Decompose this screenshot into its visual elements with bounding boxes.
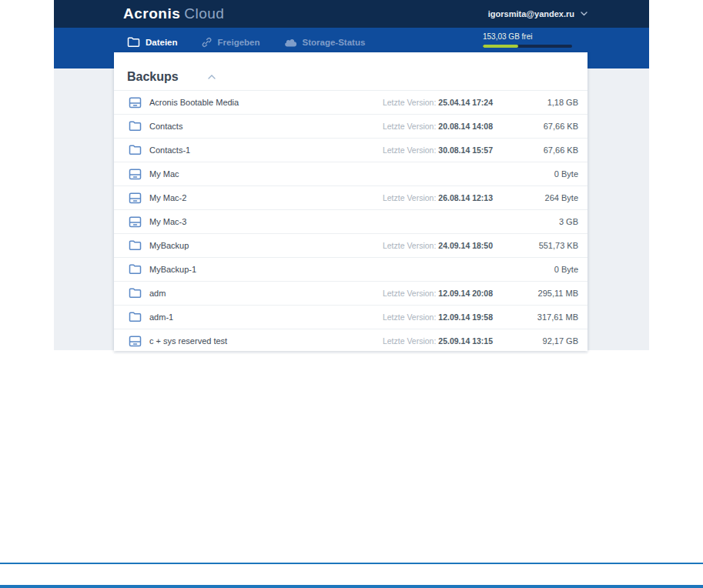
last-version: Letzte Version:12.09.14 20:08 <box>383 289 493 298</box>
table-row[interactable]: c + sys reserved testLetzte Version:25.0… <box>114 329 588 353</box>
backup-name: Contacts <box>149 122 182 131</box>
tab-dateien[interactable]: Dateien <box>127 37 178 48</box>
table-row[interactable]: My Mac-2Letzte Version:26.08.14 12:13264… <box>114 186 588 210</box>
backup-name: Acronis Bootable Media <box>149 98 239 107</box>
collapse-section-button[interactable] <box>208 75 216 79</box>
backup-size: 295,11 MB <box>493 289 588 298</box>
page: Acronis Cloud igorsmita@yandex.ru Dateie… <box>0 0 703 588</box>
backup-name: c + sys reserved test <box>149 336 227 346</box>
tab-freigeben[interactable]: Freigeben <box>201 37 260 48</box>
last-version: Letzte Version:20.08.14 14:08 <box>383 122 493 131</box>
user-email: igorsmita@yandex.ru <box>488 9 574 18</box>
last-version: Letzte Version:26.08.14 12:13 <box>383 193 493 202</box>
storage-free-label: 153,03 GB frei <box>483 32 572 41</box>
last-version: Letzte Version:25.04.14 17:24 <box>383 98 493 107</box>
table-row[interactable]: My Mac-33 GB <box>114 210 588 234</box>
page-title: Backups <box>127 70 179 84</box>
backup-size: 67,66 KB <box>493 122 588 131</box>
table-row[interactable]: My Mac0 Byte <box>114 162 588 186</box>
logo-text-cloud: Cloud <box>184 5 224 22</box>
disk-icon <box>127 191 142 205</box>
table-row[interactable]: ContactsLetzte Version:20.08.14 14:0867,… <box>114 115 588 139</box>
backup-list: Acronis Bootable MediaLetzte Version:25.… <box>114 90 588 353</box>
folder-icon <box>127 37 140 48</box>
folder-icon <box>127 310 142 324</box>
app-header: Acronis Cloud igorsmita@yandex.ru <box>54 0 649 28</box>
last-version: Letzte Version:12.09.14 19:58 <box>383 312 493 322</box>
left-gutter <box>54 68 114 350</box>
disk-icon <box>127 334 142 348</box>
folder-icon <box>127 143 142 157</box>
backup-size: 1,18 GB <box>493 98 588 107</box>
right-gutter <box>588 68 649 350</box>
backup-size: 67,66 KB <box>493 145 588 155</box>
user-account-menu[interactable]: igorsmita@yandex.ru <box>488 0 588 28</box>
chevron-down-icon <box>581 12 588 16</box>
last-version: Letzte Version:24.09.14 18:50 <box>383 241 493 250</box>
backup-size: 3 GB <box>493 217 588 226</box>
table-row[interactable]: admLetzte Version:12.09.14 20:08295,11 M… <box>114 282 588 306</box>
backup-size: 264 Byte <box>493 193 588 202</box>
table-row[interactable]: MyBackup-10 Byte <box>114 258 588 282</box>
folder-icon <box>127 262 142 276</box>
table-row[interactable]: MyBackupLetzte Version:24.09.14 18:50551… <box>114 234 588 258</box>
table-row[interactable]: adm-1Letzte Version:12.09.14 19:58317,61… <box>114 306 588 329</box>
tab-label: Dateien <box>146 38 178 47</box>
backups-panel-header: Backups <box>114 52 588 89</box>
backup-size: 317,61 MB <box>493 312 588 322</box>
acronis-cloud-logo[interactable]: Acronis Cloud <box>123 5 224 22</box>
storage-quota[interactable]: 153,03 GB frei <box>483 32 572 48</box>
disk-icon <box>127 215 142 229</box>
cloud-icon <box>283 38 297 47</box>
backup-name: Contacts-1 <box>149 145 190 155</box>
tab-label: Storage-Status <box>303 38 366 47</box>
backup-name: adm-1 <box>149 312 173 322</box>
last-version: Letzte Version:25.09.14 13:15 <box>383 336 493 346</box>
backups-panel: Backups Acronis Bootable MediaLetzte Ver… <box>114 52 588 351</box>
table-row[interactable]: Acronis Bootable MediaLetzte Version:25.… <box>114 91 588 115</box>
table-row[interactable]: Contacts-1Letzte Version:30.08.14 15:576… <box>114 139 588 162</box>
disk-icon <box>127 167 142 181</box>
tab-storage-status[interactable]: Storage-Status <box>283 38 366 47</box>
chevron-up-icon <box>208 75 216 79</box>
backup-name: MyBackup-1 <box>149 265 196 274</box>
backup-name: adm <box>149 289 166 298</box>
folder-icon <box>127 239 142 252</box>
backup-name: My Mac-3 <box>149 217 186 226</box>
backup-size: 551,73 KB <box>493 241 588 250</box>
storage-progressbar <box>483 45 572 48</box>
storage-progress-fill <box>483 45 518 48</box>
backup-name: MyBackup <box>149 241 189 250</box>
logo-text-acronis: Acronis <box>123 5 180 22</box>
folder-icon <box>127 119 142 133</box>
backup-size: 0 Byte <box>493 265 588 274</box>
footer-bar <box>0 585 703 588</box>
footer-divider <box>0 563 703 564</box>
backup-size: 92,17 GB <box>493 336 588 346</box>
backup-name: My Mac-2 <box>149 193 186 202</box>
backup-name: My Mac <box>149 169 179 179</box>
folder-icon <box>127 286 142 300</box>
last-version: Letzte Version:30.08.14 15:57 <box>383 145 493 155</box>
backup-size: 0 Byte <box>493 169 588 179</box>
tab-label: Freigeben <box>218 38 260 47</box>
link-icon <box>201 37 213 48</box>
disk-icon <box>127 95 142 109</box>
